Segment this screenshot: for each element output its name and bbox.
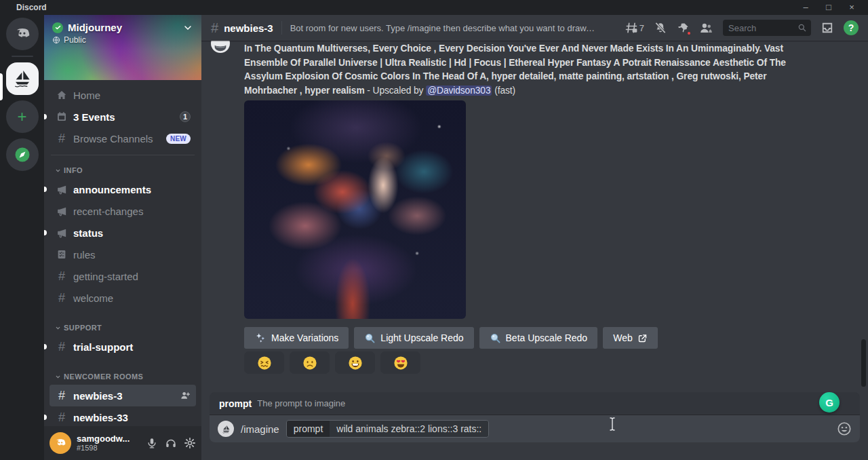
sidebar-channel-getting-started[interactable]: getting-started <box>50 265 196 287</box>
light-upscale-redo-button[interactable]: Light Upscale Redo <box>354 327 473 349</box>
sidebar-item-home[interactable]: Home <box>50 84 196 106</box>
discord-logo-icon <box>54 436 67 450</box>
window-titlebar: Discord – □ × <box>0 0 868 15</box>
section-newcomer-rooms[interactable]: NEWCOMER ROOMS <box>44 368 201 385</box>
magnifier-icon <box>364 332 376 344</box>
user-info[interactable]: samgoodw... #1598 <box>77 434 130 452</box>
beta-upscale-redo-button[interactable]: Beta Upscale Redo <box>479 327 598 349</box>
inbox-icon[interactable] <box>821 21 834 35</box>
mic-icon[interactable] <box>146 437 158 449</box>
message-composer[interactable]: /imagine prompt wild animals zebra::2 li… <box>210 415 860 442</box>
option-pill-value[interactable]: wild animals zebra::2 lions::3 rats:: <box>330 421 488 437</box>
channel-list: Home 3 Events 1 Browse Channels NEW INFO <box>44 80 201 428</box>
sidebar-channel-newbies-3[interactable]: newbies-3 <box>50 385 196 406</box>
app-title: Discord <box>16 3 47 12</box>
sparkles-icon <box>254 332 267 344</box>
sidebar-channel-rules[interactable]: rules <box>50 244 196 265</box>
option-name: prompt <box>219 398 252 409</box>
add-server-button[interactable]: + <box>6 100 39 133</box>
sidebar-channel-status[interactable]: status <box>50 222 196 244</box>
notifications-off-icon[interactable] <box>654 21 667 35</box>
minimize-button[interactable]: – <box>799 0 812 15</box>
discord-logo-icon <box>13 24 32 43</box>
sidebar-channel-trial-support[interactable]: trial-support <box>50 336 196 358</box>
user-mention[interactable]: @Davidson303 <box>426 85 492 96</box>
threads-count: 7 <box>639 23 644 33</box>
chevron-down-icon <box>182 22 193 33</box>
gear-icon[interactable] <box>184 437 196 449</box>
section-chevron-icon <box>55 325 61 331</box>
close-button[interactable]: × <box>845 0 859 15</box>
upscaled-by-text: - Upscaled by <box>365 85 427 96</box>
reaction-grinning-face[interactable] <box>335 351 375 374</box>
verified-badge-icon <box>52 22 63 33</box>
help-icon[interactable]: ? <box>844 20 859 35</box>
reaction-confounded-face[interactable] <box>244 351 284 374</box>
unread-dot <box>44 230 47 235</box>
sidebar-channel-announcements[interactable]: announcements <box>50 178 196 200</box>
sidebar-channel-welcome[interactable]: welcome <box>50 287 196 309</box>
option-description: The prompt to imagine <box>257 398 345 408</box>
reaction-heart-eyes-face[interactable] <box>380 351 420 374</box>
hash-search-icon <box>55 132 68 145</box>
threads-icon[interactable]: 7 <box>625 21 644 35</box>
discord-home-button[interactable] <box>6 18 39 50</box>
member-list-icon[interactable] <box>699 21 713 35</box>
sidebar-channel-newbies-33[interactable]: newbies-33 <box>50 406 196 428</box>
server-visibility: Public <box>64 35 86 45</box>
sidebar-channel-recent-changes[interactable]: recent-changes <box>50 200 196 222</box>
emoji-picker-icon[interactable] <box>837 421 852 436</box>
megaphone-icon <box>55 184 68 195</box>
grammarly-icon[interactable]: G <box>819 392 840 413</box>
calendar-icon <box>55 111 68 123</box>
headphones-icon[interactable] <box>165 437 177 449</box>
explore-servers-button[interactable] <box>6 138 39 171</box>
section-support[interactable]: SUPPORT <box>44 320 201 336</box>
channel-header: newbies-3 Bot room for new users. Type /… <box>201 15 868 41</box>
pinned-messages-icon[interactable] <box>677 22 690 35</box>
unread-dot <box>44 344 47 349</box>
hash-icon <box>55 411 68 423</box>
invite-people-icon[interactable] <box>180 390 191 401</box>
hash-icon <box>55 341 68 353</box>
chat-scrollbar[interactable] <box>861 41 867 392</box>
plus-icon: + <box>17 109 26 125</box>
sidebar-divider <box>51 155 195 155</box>
username: samgoodw... <box>77 434 130 444</box>
hash-icon <box>55 292 68 304</box>
command-option-pill[interactable]: prompt wild animals zebra::2 lions::3 ra… <box>286 420 490 438</box>
reaction-disappointed-face[interactable] <box>290 351 330 374</box>
bot-avatar[interactable] <box>211 41 230 53</box>
pin-alert-badge <box>686 31 692 36</box>
search-box <box>723 20 811 36</box>
maximize-button[interactable]: □ <box>822 0 835 15</box>
sailboat-icon <box>12 68 33 90</box>
search-icon <box>797 23 807 33</box>
sidebar-item-events[interactable]: 3 Events 1 <box>50 106 196 128</box>
sidebar-item-browse-channels[interactable]: Browse Channels NEW <box>50 128 196 149</box>
compass-icon <box>13 145 32 164</box>
channel-topic[interactable]: Bot room for new users. Type /imagine th… <box>290 23 595 33</box>
slash-option-suggestion[interactable]: prompt The prompt to imagine <box>210 392 860 415</box>
message-text: In The Quantum Multiverses, Every Choice… <box>244 42 802 99</box>
section-chevron-icon <box>55 168 61 174</box>
selected-server-pill <box>0 73 3 100</box>
web-button[interactable]: Web <box>603 327 658 349</box>
user-discriminator: #1598 <box>77 444 130 452</box>
server-name: Midjourney <box>68 22 122 33</box>
events-count-badge: 1 <box>180 111 191 122</box>
hash-icon <box>55 389 68 402</box>
make-variations-button[interactable]: Make Variations <box>244 327 349 349</box>
server-banner[interactable]: Midjourney Public <box>44 15 201 80</box>
server-midjourney-button[interactable] <box>6 62 39 95</box>
home-icon <box>55 89 68 101</box>
reactions <box>244 351 420 374</box>
midjourney-bot-avatar <box>218 421 234 437</box>
section-info[interactable]: INFO <box>44 162 201 178</box>
generated-image[interactable] <box>244 100 466 319</box>
sidebar: Midjourney Public Home <box>44 15 201 460</box>
unread-dot <box>44 415 47 420</box>
scrollbar-thumb[interactable] <box>861 339 866 387</box>
user-avatar[interactable] <box>50 432 71 454</box>
message-actions: Make Variations Light Upscale Redo Beta … <box>244 327 658 349</box>
